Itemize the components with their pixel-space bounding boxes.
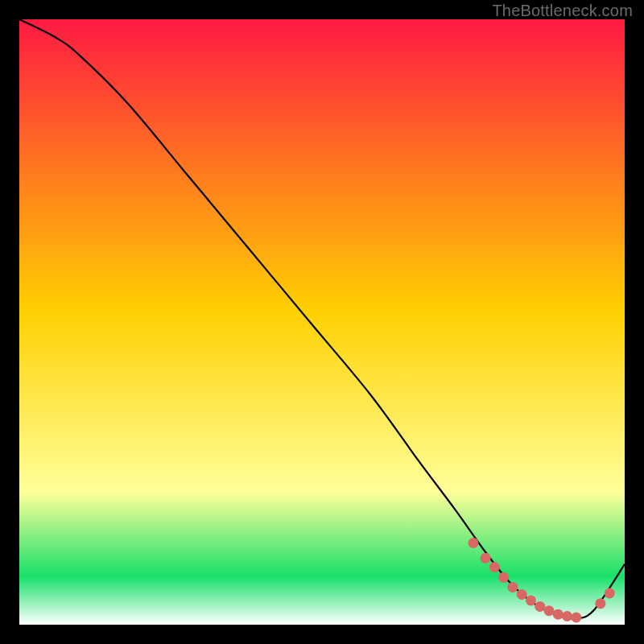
marker-point	[489, 562, 500, 572]
marker-point	[469, 538, 479, 548]
plot-area	[19, 19, 625, 625]
marker-point	[535, 601, 545, 612]
marker-point	[562, 611, 572, 621]
marker-point	[605, 588, 615, 598]
marker-point	[517, 589, 527, 600]
marker-point	[507, 582, 518, 592]
marker-point	[498, 572, 509, 583]
marker-point	[595, 598, 605, 609]
marker-point	[553, 609, 564, 620]
chart-svg	[19, 19, 625, 625]
marker-point	[526, 595, 536, 605]
marker-point	[571, 612, 581, 622]
chart-frame: TheBottleneck.com	[0, 0, 644, 644]
marker-point	[544, 605, 555, 616]
gradient-background	[19, 19, 625, 625]
watermark-text: TheBottleneck.com	[492, 2, 633, 20]
marker-point	[481, 553, 491, 564]
